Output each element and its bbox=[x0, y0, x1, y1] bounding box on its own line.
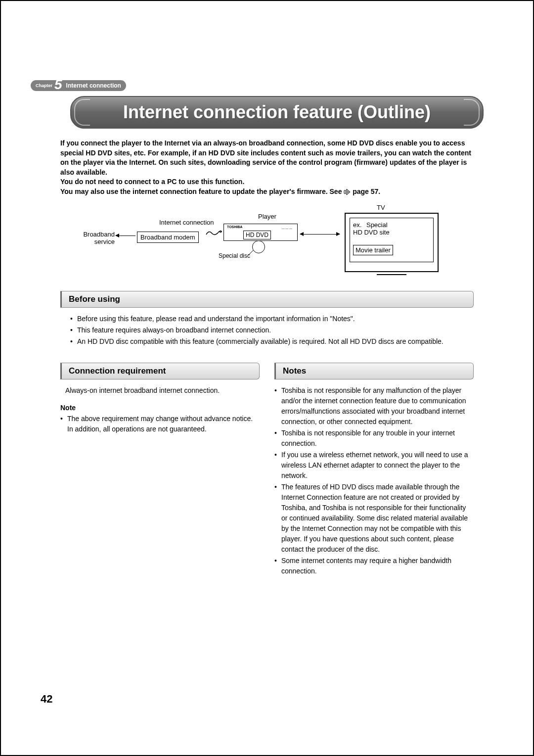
intro-p1: If you connect the player to the Interne… bbox=[60, 139, 474, 177]
chapter-number: 5 bbox=[54, 80, 62, 90]
note-label: Note bbox=[60, 404, 260, 412]
section-before-using-header: Before using bbox=[60, 291, 474, 308]
diagram-broadband-service: Broadband service bbox=[70, 231, 115, 245]
list-item: Some internet contents may require a hig… bbox=[274, 556, 474, 576]
intro-p2: You do not need to connect to a PC to us… bbox=[60, 177, 474, 187]
title-banner: Internet connection feature (Outline) bbox=[70, 96, 484, 129]
before-using-list: Before using this feature, please read a… bbox=[70, 314, 474, 347]
list-item: The above requirement may change without… bbox=[60, 414, 260, 434]
col-notes: Notes Toshiba is not responsible for any… bbox=[274, 355, 474, 577]
chapter-pill: Chapter 5 Internet connection bbox=[31, 80, 126, 91]
diagram-arrow-bidir bbox=[300, 234, 340, 235]
list-item: Before using this feature, please read a… bbox=[70, 314, 474, 324]
tv-movie-trailer: Movie trailer bbox=[353, 245, 393, 255]
list-item: The features of HD DVD discs made availa… bbox=[274, 482, 474, 555]
page-title: Internet connection feature (Outline) bbox=[91, 102, 463, 123]
col-connection-req: Connection requirement Always-on interne… bbox=[60, 355, 260, 577]
list-item: If you use a wireless ethernet network, … bbox=[274, 450, 474, 481]
section-notes-header: Notes bbox=[274, 363, 474, 379]
list-item: This feature requires always-on broadban… bbox=[70, 325, 474, 335]
section-connection-req-header: Connection requirement bbox=[60, 363, 260, 379]
tv-ex: ex. bbox=[353, 221, 361, 229]
diagram-special-disc: Special disc bbox=[219, 252, 250, 259]
list-item: Toshiba is not responsible for any troub… bbox=[274, 428, 474, 449]
diagram-arrow bbox=[116, 236, 135, 236]
page-ref-arrow-icon bbox=[344, 189, 351, 195]
diagram-tv-box: ex. SpecialHD DVD site Movie trailer bbox=[345, 213, 439, 272]
cable-icon bbox=[205, 229, 223, 236]
svg-line-1 bbox=[248, 250, 253, 255]
diagram-tv-label: TV bbox=[377, 204, 385, 211]
diagram-modem-box: Broadband modem bbox=[137, 232, 199, 243]
connection-req-note-list: The above requirement may change without… bbox=[60, 414, 260, 434]
diagram-hddvd-label: HD DVD bbox=[243, 231, 271, 239]
tv-screen: ex. SpecialHD DVD site Movie trailer bbox=[350, 218, 434, 262]
list-item: An HD DVD disc compatible with this feat… bbox=[70, 336, 474, 347]
intro-p3: You may also use the internet connection… bbox=[60, 187, 474, 197]
chapter-bar: Chapter 5 Internet connection bbox=[31, 80, 503, 91]
disc-pointer-line bbox=[248, 250, 254, 256]
connection-req-text: Always-on internet broadband internet co… bbox=[65, 385, 260, 396]
connection-diagram: Broadband service Internet connection Br… bbox=[75, 207, 474, 276]
list-item: Toshiba is not responsible for any malfu… bbox=[274, 385, 474, 427]
chapter-label: Chapter bbox=[36, 83, 52, 88]
notes-list: Toshiba is not responsible for any malfu… bbox=[274, 385, 474, 576]
diagram-internet-connection: Internet connection bbox=[159, 219, 214, 226]
chapter-title: Internet connection bbox=[66, 82, 121, 89]
tv-stand-icon bbox=[377, 271, 406, 275]
page-number: 42 bbox=[41, 693, 52, 706]
intro-text: If you connect the player to the Interne… bbox=[60, 139, 474, 197]
diagram-player-label: Player bbox=[258, 213, 276, 220]
